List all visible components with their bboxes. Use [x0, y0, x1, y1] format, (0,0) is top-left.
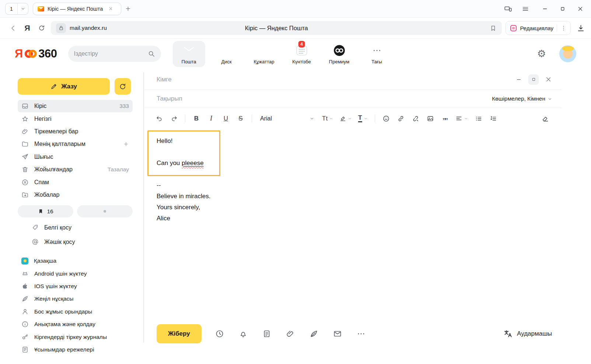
- folder-trash[interactable]: Жойылғандар Тазалау: [18, 163, 133, 176]
- tab-close-icon[interactable]: [108, 6, 113, 11]
- message-body[interactable]: Hello! Can you pleeese -- Believe in mir…: [144, 129, 562, 224]
- app-disk[interactable]: Диск: [210, 41, 243, 67]
- search-placeholder: Іздестіру: [74, 50, 98, 57]
- empty-trash-action[interactable]: Тазалау: [108, 166, 129, 173]
- login-journal-link[interactable]: Кіргендерді тіркеу журналы: [18, 330, 133, 343]
- spam-icon: [21, 179, 29, 186]
- underline-button[interactable]: U: [219, 112, 232, 125]
- more-actions-button[interactable]: [356, 328, 367, 339]
- settings-gear-icon[interactable]: ⚙: [537, 49, 546, 59]
- strikethrough-button[interactable]: S: [234, 112, 247, 125]
- attach-file-button[interactable]: [285, 328, 296, 339]
- android-download-link[interactable]: Android үшін жүктеу: [18, 267, 133, 280]
- emoji-button[interactable]: [380, 112, 393, 125]
- app-more[interactable]: Тағы: [361, 41, 393, 67]
- address-bar[interactable]: mail.yandex.ru Кіріс — Яндекс Пошта: [51, 21, 502, 35]
- app-premium[interactable]: Премиум: [323, 41, 356, 67]
- search-icon[interactable]: [148, 50, 155, 57]
- folder-inbox[interactable]: Кіріс 333: [18, 100, 133, 112]
- add-folder-button[interactable]: [123, 141, 129, 147]
- user-avatar[interactable]: [559, 45, 576, 62]
- browser-tab-mail[interactable]: Кіріс — Яндекс Пошта: [33, 3, 121, 15]
- insert-link-button[interactable]: [394, 112, 408, 125]
- more-options-icon[interactable]: [560, 25, 567, 31]
- compose-expand-button[interactable]: [528, 74, 539, 85]
- reminder-button[interactable]: [238, 328, 249, 339]
- compose-button[interactable]: Жазу: [18, 78, 110, 95]
- compose-minimize-button[interactable]: [515, 76, 522, 83]
- align-dropdown[interactable]: [453, 112, 471, 125]
- folder-with-attachments[interactable]: Тіркемелері бар: [18, 125, 133, 138]
- to-field[interactable]: Кімге: [157, 76, 172, 83]
- bookmark-icon[interactable]: [490, 25, 497, 32]
- highlight-color-dropdown[interactable]: [337, 112, 354, 125]
- italic-button[interactable]: I: [204, 112, 218, 125]
- folder-my-folders[interactable]: Менің қалталарым: [18, 138, 133, 150]
- more-pill[interactable]: [77, 205, 133, 217]
- new-tab-button[interactable]: [125, 6, 131, 12]
- recommendation-rules-link[interactable]: Ұсынымдар ережелері: [18, 343, 133, 356]
- window-minimize-button[interactable]: [542, 6, 548, 12]
- folder-drafts[interactable]: Жобалар: [18, 189, 133, 201]
- folder-spam[interactable]: Спам: [18, 176, 133, 188]
- address-bar-page-title: Кіріс — Яндекс Пошта: [51, 25, 502, 32]
- vacancies-link[interactable]: Бос жұмыс орындары: [18, 305, 133, 318]
- downloads-button[interactable]: [577, 24, 585, 32]
- apple-icon: [21, 283, 29, 290]
- editor-extension-button[interactable]: Редакциялау: [506, 21, 571, 35]
- insert-image-button[interactable]: [424, 112, 437, 125]
- add-mailbox-action[interactable]: Жәшік қосу: [18, 235, 133, 249]
- compose-close-button[interactable]: [545, 76, 552, 83]
- bold-button[interactable]: B: [190, 112, 203, 125]
- add-label-action[interactable]: Белгі қосу: [18, 220, 133, 235]
- undo-button[interactable]: [153, 112, 166, 125]
- document-icon: [21, 346, 29, 353]
- help-support-link[interactable]: Анықтама және қолдау: [18, 318, 133, 330]
- ios-download-link[interactable]: IOS үшін жүктеу: [18, 280, 133, 293]
- app-calendar[interactable]: 4 Күнтізбе: [286, 41, 318, 67]
- browser-menu-icon[interactable]: [522, 5, 529, 13]
- attach-from-mail-button[interactable]: [332, 328, 343, 339]
- quote-button[interactable]: „„: [438, 112, 452, 125]
- yandex-360-logo[interactable]: Я 360: [15, 47, 57, 60]
- schedule-send-button[interactable]: [214, 328, 225, 339]
- app-mail[interactable]: Пошта: [173, 41, 205, 67]
- yandex-logo-button[interactable]: Я: [20, 24, 35, 32]
- search-input[interactable]: Іздестіру: [68, 46, 161, 62]
- chevron-down-icon: [464, 116, 468, 121]
- signature-button[interactable]: [308, 328, 319, 339]
- numbered-list-button[interactable]: [487, 112, 500, 125]
- send-button[interactable]: Жіберу: [157, 324, 202, 343]
- translator-button[interactable]: Аудармашы: [503, 329, 552, 339]
- sidebar-pills: 16: [18, 205, 133, 217]
- bullet-list-button[interactable]: [472, 112, 485, 125]
- compose-footer: Жіберу Аудармашы: [157, 324, 552, 343]
- tab-group-control[interactable]: 1: [5, 3, 28, 15]
- tab-group-chevron-icon[interactable]: [18, 3, 28, 14]
- folder-primary[interactable]: Негізгі: [18, 112, 133, 125]
- devices-sync-icon[interactable]: [504, 5, 512, 13]
- tab-group-count[interactable]: 1: [6, 3, 17, 14]
- refresh-mail-button[interactable]: [115, 78, 131, 95]
- saved-emails-pill[interactable]: 16: [18, 205, 73, 217]
- lock-icon[interactable]: [56, 23, 66, 33]
- remove-link-button[interactable]: [409, 112, 422, 125]
- app-documents[interactable]: Құжаттар: [248, 41, 280, 67]
- light-version-link[interactable]: Жеңіл нұсқасы: [18, 293, 133, 305]
- folder-sent[interactable]: Шығыс: [18, 151, 133, 163]
- documents-app-icon: [258, 44, 270, 57]
- text-color-dropdown[interactable]: T: [356, 112, 370, 125]
- font-size-dropdown[interactable]: Tt: [320, 112, 336, 125]
- subject-field[interactable]: Тақырып: [157, 95, 182, 102]
- back-button[interactable]: [6, 24, 20, 32]
- redo-button[interactable]: [167, 112, 181, 125]
- language-link[interactable]: Қазақша: [18, 255, 133, 267]
- reload-button[interactable]: [35, 24, 49, 32]
- font-family-dropdown[interactable]: Arial: [260, 115, 315, 122]
- window-maximize-button[interactable]: [559, 6, 566, 12]
- sidebar-scrollbar[interactable]: [143, 72, 144, 343]
- window-close-button[interactable]: [577, 6, 584, 12]
- cc-from-toggle[interactable]: Көшірмелер, Кімнен: [492, 95, 553, 102]
- template-button[interactable]: [261, 328, 272, 339]
- clear-formatting-button[interactable]: [539, 112, 552, 125]
